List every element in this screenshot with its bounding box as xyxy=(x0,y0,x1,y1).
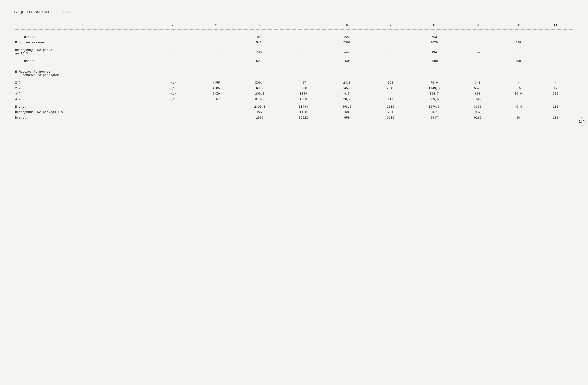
rank1-col9: 340 xyxy=(456,80,500,85)
column-headers: I 2 3 4 5 6 7 8 9 IO II xyxy=(14,22,574,29)
mekh-col5 xyxy=(281,40,325,45)
rank2-col7: 2646 xyxy=(369,85,412,91)
nepred2-col11: - xyxy=(537,109,574,115)
rank3-col6: 8,5 xyxy=(325,91,369,96)
side-note-line1: 1 xyxy=(581,117,583,120)
mekh-col9 xyxy=(456,40,500,45)
rank4-col8: 289,5 xyxy=(412,96,456,102)
row-rank-2: 2-й ч-дн 4-85 I698,6 8238 545,6 2646 II4… xyxy=(14,85,574,91)
col-header-9: 9 xyxy=(456,22,500,29)
row-nepred: Непредвиденные расхо-ды IO % - - 499 - I… xyxy=(14,47,574,56)
itogo-col10 xyxy=(500,34,537,40)
nepred2-col4: 227 xyxy=(238,109,281,115)
itogo-col2 xyxy=(151,34,194,40)
row-section2-title: П.Лесохозяйственные рабочие по разрядам: xyxy=(14,69,574,78)
rank3-col3: 5-I9 xyxy=(194,91,238,96)
nepred2-col2 xyxy=(151,109,194,115)
col-header-3: 3 xyxy=(194,22,238,29)
rank4-col6: 20,7 xyxy=(325,96,369,102)
nepred2-label: Непредвиленные расходы IO% xyxy=(14,109,151,115)
section2-empty xyxy=(194,69,574,78)
col-header-2: 2 xyxy=(151,22,194,29)
rank1-col6: 23,8 xyxy=(325,80,369,85)
rank1-col3: 4-55 xyxy=(194,80,238,85)
itogo2-col11: 209 xyxy=(537,104,574,109)
row-itogo2: Итого: 2309,3 II493 598,6 29I5 I670,3 83… xyxy=(14,104,574,109)
page-header: т.п.р. 4II -03-5.84 ал.I xyxy=(14,10,574,14)
itogo2-col3 xyxy=(194,104,238,109)
row-rank-4: 4-й ч-дн 5-67 3I0,2 I759 20,7 II7 289,5 … xyxy=(14,96,574,102)
vsego-col8: 3980 xyxy=(412,58,456,64)
mekh-col10: 498 xyxy=(500,40,537,45)
itogo2-col9: 8369 xyxy=(456,104,500,109)
rank1-col2: ч-дн xyxy=(151,80,194,85)
rank1-label: I-й xyxy=(14,80,151,85)
rank2-col8: II49,5 xyxy=(412,85,456,91)
row-rank-1: I-й ч-дн 4-55 I00,4 457 23,8 IO8 76,6 34… xyxy=(14,80,574,85)
itogo-col9 xyxy=(456,34,500,40)
vsego2-col10: 40 xyxy=(500,115,537,121)
itogo2-col6: 598,6 xyxy=(325,104,369,109)
row-vsego2: Всего: 2536 I262I 659 3206 I937 9206 40 … xyxy=(14,115,574,121)
itogo2-col5: II493 xyxy=(281,104,325,109)
rank4-col7: II7 xyxy=(369,96,412,102)
col-header-11: II xyxy=(537,22,574,29)
rank2-col10: 3,5 xyxy=(500,85,537,91)
vsego2-col9: 9206 xyxy=(456,115,500,121)
spacer-3 xyxy=(14,56,574,58)
vsego2-col6: 659 xyxy=(325,115,369,121)
nepred2-col8: I67 xyxy=(412,109,456,115)
rank2-col4: I698,6 xyxy=(238,85,281,91)
vsego-col10: 498 xyxy=(500,58,537,64)
rank3-col5: I039 xyxy=(281,91,325,96)
data-table: Итого: 989 226 763 Итого механизмов: 548… xyxy=(14,31,574,121)
side-note-line3: 1 xyxy=(581,123,583,127)
rank1-col5: 457 xyxy=(281,80,325,85)
nepred-col6: I37 xyxy=(325,47,369,56)
vsego2-col3 xyxy=(194,115,238,121)
mekh-col6: I368 xyxy=(325,40,369,45)
vsego2-col11: 209 xyxy=(537,115,574,121)
spacer-5 xyxy=(14,78,574,80)
row-nepred2: Непредвиленные расходы IO% 227 II28 60 2… xyxy=(14,109,574,115)
rank2-col2: ч-дн xyxy=(151,85,194,91)
vsego-col4: 5983 xyxy=(238,58,281,64)
mekh-col7 xyxy=(369,40,412,45)
vsego2-col2 xyxy=(151,115,194,121)
itogo-col4: 989 xyxy=(238,34,281,40)
rank4-col10: - xyxy=(500,96,537,102)
rank3-col4: 200,I xyxy=(238,91,281,96)
nepred-col7: - xyxy=(369,47,412,56)
spacer-6 xyxy=(14,102,574,104)
rank3-col10: 36,9 xyxy=(500,91,537,96)
nepred2-col3 xyxy=(194,109,238,115)
rank4-col2: ч-дн xyxy=(151,96,194,102)
main-table: I 2 3 4 5 6 7 8 9 IO II xyxy=(14,22,574,29)
main-table-wrapper: I 2 3 4 5 6 7 8 9 IO II xyxy=(14,20,574,121)
itogo-col7 xyxy=(369,34,412,40)
itogo2-col10: 40,4 xyxy=(500,104,537,109)
row-rank-3: 3-й ч-дн 5-I9 200,I I039 8,5 44 I54,7 80… xyxy=(14,91,574,96)
itogo-col6: 226 xyxy=(325,34,369,40)
rank4-col9: I642 xyxy=(456,96,500,102)
itogo2-col7: 29I5 xyxy=(369,104,412,109)
rank4-col11: - xyxy=(537,96,574,102)
section2-title: П.Лесохозяйственные рабочие по разрядам: xyxy=(14,69,194,78)
vsego2-col7: 3206 xyxy=(369,115,412,121)
rank4-col5: I759 xyxy=(281,96,325,102)
header-rule-2 xyxy=(14,30,574,30)
rank1-col10: - xyxy=(500,80,537,85)
rank3-col9: 803 xyxy=(456,91,500,96)
header-rule-1 xyxy=(14,29,574,30)
rank2-col9: 5575 xyxy=(456,85,500,91)
col-header-1: I xyxy=(14,22,151,29)
itogo-mekh-label: Итого механизмов: xyxy=(14,40,151,45)
itogo-col11 xyxy=(537,34,574,40)
vsego-col11 xyxy=(537,58,574,64)
rank2-label: 2-й xyxy=(14,85,151,91)
mekh-col2 xyxy=(151,40,194,45)
row-vsego: Всего: 5983 I505 3980 498 xyxy=(14,58,574,64)
itogo-col8: 763 xyxy=(412,34,456,40)
rank3-col8: I54,7 xyxy=(412,91,456,96)
vsego2-col5: I262I xyxy=(281,115,325,121)
